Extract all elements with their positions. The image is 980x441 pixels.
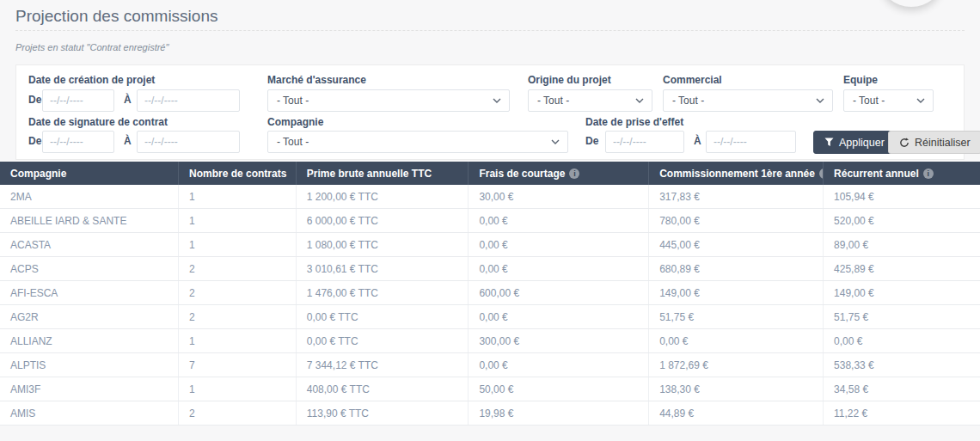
date-effet-to-input[interactable] bbox=[706, 131, 796, 153]
table-cell-frais: 0,00 € bbox=[469, 305, 649, 329]
date-creation-to-input[interactable] bbox=[137, 89, 240, 112]
compagnie-select[interactable]: - Tout - bbox=[267, 131, 568, 153]
column-header: Nombre de contrats bbox=[178, 162, 296, 185]
date-signature-label: Date de signature de contrat bbox=[28, 116, 168, 128]
marche-select[interactable]: - Tout - bbox=[267, 89, 510, 112]
table-row: ALPTIS77 344,12 € TTC0,00 €1 872,69 €538… bbox=[0, 353, 980, 377]
column-header-label: Nombre de contrats bbox=[189, 168, 286, 180]
table-cell-contrats: 7 bbox=[178, 353, 296, 377]
table-cell-recurrent: 11,22 € bbox=[824, 401, 980, 426]
column-header-label: Récurrent annuel bbox=[834, 168, 919, 180]
column-header-label: Commissionnement 1ère année bbox=[659, 168, 815, 180]
table-cell-prime: 1 080,00 € TTC bbox=[296, 233, 469, 257]
table-head: CompagnieNombre de contratsPrime brute a… bbox=[0, 162, 980, 185]
table-cell-recurrent: 425,89 € bbox=[824, 257, 980, 281]
table-cell-frais: 50,00 € bbox=[469, 377, 649, 401]
column-header: Frais de courtagei bbox=[469, 162, 649, 185]
table-row: AMI3F1408,00 € TTC50,00 €138,30 €34,58 € bbox=[0, 377, 980, 401]
table-cell-commission: 149,00 € bbox=[649, 281, 824, 305]
info-icon[interactable]: i bbox=[923, 168, 934, 179]
origine-select[interactable]: - Tout - bbox=[528, 89, 652, 112]
table-cell-recurrent: 105,94 € bbox=[824, 185, 980, 209]
table-row: ALLIANZ10,00 € TTC300,00 €0,00 €0,00 € bbox=[0, 329, 980, 353]
table-cell-contrats: 1 bbox=[178, 185, 296, 209]
date-creation-label: Date de création de projet bbox=[28, 74, 155, 86]
table-row: ACASTA11 080,00 € TTC0,00 €445,00 €89,00… bbox=[0, 233, 980, 257]
table-cell-frais: 0,00 € bbox=[469, 257, 649, 281]
table-cell-recurrent: 89,00 € bbox=[824, 233, 980, 257]
table-cell-compagnie: 2MA bbox=[0, 185, 178, 209]
table-cell-contrats: 2 bbox=[178, 305, 296, 329]
date-creation-to-label: À bbox=[124, 94, 132, 106]
info-icon[interactable]: i bbox=[819, 168, 824, 179]
table-cell-commission: 51,75 € bbox=[649, 305, 824, 329]
compagnie-select-value: - Tout - bbox=[277, 136, 309, 148]
refresh-icon bbox=[899, 138, 910, 148]
date-signature-to-label: À bbox=[124, 135, 132, 147]
table-cell-frais: 30,00 € bbox=[469, 185, 649, 209]
table-cell-compagnie: ALPTIS bbox=[0, 353, 178, 377]
info-icon[interactable]: i bbox=[569, 168, 579, 179]
table-cell-frais: 600,00 € bbox=[469, 281, 649, 305]
table-cell-prime: 0,00 € TTC bbox=[296, 305, 469, 329]
table-cell-compagnie: AFI-ESCA bbox=[0, 281, 178, 305]
chevron-down-icon bbox=[916, 98, 925, 103]
origine-select-value: - Tout - bbox=[537, 95, 569, 107]
table-cell-contrats: 1 bbox=[178, 209, 296, 233]
table-cell-prime: 113,90 € TTC bbox=[296, 401, 469, 426]
table-cell-recurrent: 538,33 € bbox=[824, 353, 980, 377]
date-effet-label: Date de prise d'effet bbox=[585, 116, 683, 128]
date-creation-from-label: De bbox=[28, 94, 41, 106]
commercial-select[interactable]: - Tout - bbox=[663, 89, 833, 112]
chevron-down-icon bbox=[816, 98, 824, 103]
date-creation-from-input[interactable] bbox=[42, 89, 114, 112]
table-body: 2MA11 200,00 € TTC30,00 €317,83 €105,94 … bbox=[0, 185, 980, 426]
table-cell-contrats: 2 bbox=[178, 257, 296, 281]
table-cell-compagnie: ABEILLE IARD & SANTE bbox=[0, 209, 178, 233]
table-cell-prime: 1 476,00 € TTC bbox=[296, 281, 469, 305]
chevron-down-icon bbox=[551, 139, 560, 144]
date-effet-from-input[interactable] bbox=[605, 131, 684, 153]
table-cell-compagnie: ALLIANZ bbox=[0, 329, 178, 353]
table-cell-compagnie: AMIS bbox=[0, 401, 178, 426]
filters-panel: Date de création de projet De À Marché d… bbox=[15, 64, 965, 160]
table-cell-commission: 44,89 € bbox=[649, 401, 824, 426]
table-cell-recurrent: 520,00 € bbox=[824, 209, 980, 233]
filter-icon bbox=[824, 138, 834, 147]
apply-button-label: Appliquer bbox=[839, 137, 885, 149]
table-row: ABEILLE IARD & SANTE16 000,00 € TTC0,00 … bbox=[0, 209, 980, 233]
reset-button[interactable]: Réinitialiser bbox=[888, 131, 980, 154]
table-cell-commission: 680,89 € bbox=[649, 257, 824, 281]
commissions-table: CompagnieNombre de contratsPrime brute a… bbox=[0, 162, 980, 426]
column-header: Commissionnement 1ère annéei bbox=[649, 162, 824, 185]
table-cell-recurrent: 34,58 € bbox=[824, 377, 980, 401]
title-divider bbox=[15, 30, 965, 31]
page-title: Projection des commissions bbox=[15, 7, 965, 26]
equipe-label: Equipe bbox=[843, 74, 878, 86]
table-cell-compagnie: AG2R bbox=[0, 305, 178, 329]
apply-button[interactable]: Appliquer bbox=[813, 131, 896, 154]
table-cell-recurrent: 149,00 € bbox=[824, 281, 980, 305]
page-subtitle: Projets en statut "Contrat enregistré" bbox=[15, 42, 965, 52]
table-cell-contrats: 2 bbox=[178, 281, 296, 305]
chevron-down-icon bbox=[493, 98, 501, 103]
table-cell-frais: 0,00 € bbox=[469, 353, 649, 377]
equipe-select[interactable]: - Tout - bbox=[843, 89, 934, 112]
floating-button-partial bbox=[881, 0, 941, 7]
table-cell-commission: 0,00 € bbox=[649, 329, 824, 353]
table-cell-contrats: 1 bbox=[178, 377, 296, 401]
marche-label: Marché d'assurance bbox=[267, 74, 366, 86]
table-cell-prime: 7 344,12 € TTC bbox=[296, 353, 469, 377]
commercial-label: Commercial bbox=[663, 74, 722, 86]
table-cell-recurrent: 0,00 € bbox=[824, 329, 980, 353]
date-effet-to-label: À bbox=[694, 135, 701, 147]
column-header: Compagnie bbox=[0, 162, 178, 185]
table-cell-commission: 317,83 € bbox=[649, 185, 824, 209]
chevron-down-icon bbox=[635, 98, 644, 103]
table-cell-prime: 3 010,61 € TTC bbox=[296, 257, 469, 281]
date-signature-from-input[interactable] bbox=[42, 131, 114, 153]
equipe-select-value: - Tout - bbox=[853, 95, 885, 107]
commercial-select-value: - Tout - bbox=[672, 95, 704, 107]
date-signature-to-input[interactable] bbox=[137, 131, 240, 153]
column-header: Prime brute annuelle TTC bbox=[296, 162, 469, 185]
